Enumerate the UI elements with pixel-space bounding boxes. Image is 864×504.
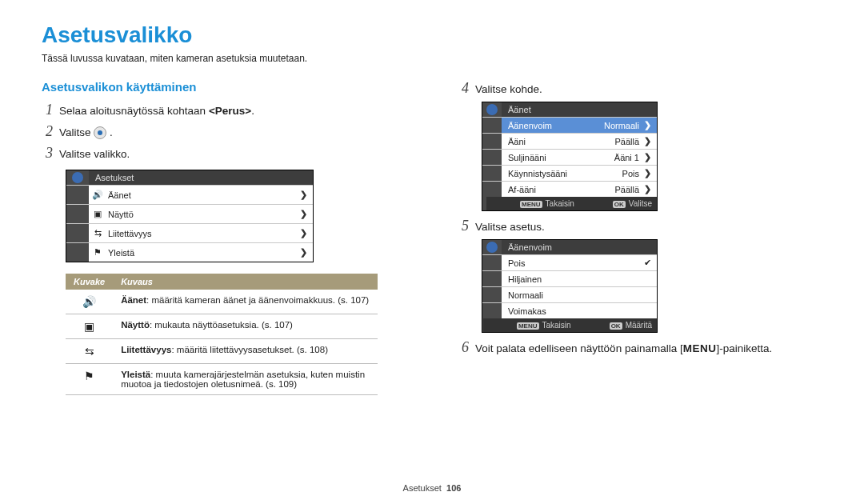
menu-row-shutter[interactable]: Suljinääni Ääni 1 ❯ (482, 149, 657, 165)
menu-key-tag: MENU (517, 322, 539, 330)
step-number: 2 (42, 123, 53, 140)
menu-option-loud[interactable]: Voimakas (482, 302, 657, 318)
menu-header: Äänenvoim (502, 240, 657, 254)
menu-row-value: Päällä (614, 185, 644, 194)
camera-menu-volume-options: Äänenvoim Pois ✔ Hiljainen Normaali Voim… (482, 239, 658, 333)
menu-row-connectivity[interactable]: ⇆ Liitettävyys ❯ (66, 223, 313, 242)
table-row: ⇆ Liitettävyys: määritä liitettävyysaset… (66, 339, 378, 364)
menu-row-label: Äänenvoim (502, 121, 604, 130)
chevron-right-icon: ❯ (300, 190, 313, 200)
table-row: ▣ Näyttö: mukauta näyttöasetuksia. (s. 1… (66, 314, 378, 339)
row-desc: : määritä kameran äänet ja äänenvoimakku… (146, 295, 369, 305)
menu-row-label: Pois (502, 258, 644, 268)
step5-text: Valitse asetus. (475, 221, 545, 233)
step-2: 2 Valitse . (42, 123, 394, 140)
menu-row-sound[interactable]: Ääni Päällä ❯ (482, 133, 657, 149)
page-footer: Asetukset 106 (0, 483, 864, 493)
menu-key-tag: MENU (520, 201, 542, 208)
menu-row-display[interactable]: ▣ Näyttö ❯ (66, 204, 313, 223)
footer-section: Asetukset (403, 483, 442, 493)
step-5: 5 Valitse asetus. (458, 218, 810, 234)
step1-bold: <Perus> (209, 105, 251, 117)
check-icon: ✔ (644, 258, 657, 268)
menu-footer: MENUTakaisin OKValitse (482, 197, 657, 210)
camera-menu-settings: Asetukset 🔊 Äänet ❯ ▣ Näyttö ❯ ⇆ Liitett… (66, 170, 314, 262)
step-6: 6 Voit palata edelliseen näyttöön painam… (458, 339, 810, 356)
step-number: 4 (458, 80, 469, 97)
connectivity-icon: ⇆ (89, 228, 106, 238)
step-number: 1 (42, 102, 53, 118)
gear-icon (482, 102, 502, 117)
menu-header: Äänet (502, 102, 657, 117)
display-icon: ▣ (89, 209, 106, 219)
left-column: Asetusvalikon käyttäminen 1 Selaa aloitu… (42, 80, 394, 395)
menu-row-general[interactable]: ⚑ Yleistä ❯ (66, 242, 313, 262)
ok-key-tag: OK (613, 201, 626, 208)
table-header-icon: Kuvake (66, 274, 113, 290)
menu-row-label: Af-ääni (502, 185, 614, 194)
menu-row-value: Normaali (604, 121, 644, 130)
general-icon: ⚑ (66, 364, 113, 395)
menu-option-normal[interactable]: Normaali (482, 286, 657, 302)
page-title: Asetusvalikko (42, 22, 822, 48)
footer-ok-label: Valitse (629, 199, 652, 208)
step4-text: Valitse kohde. (475, 83, 542, 95)
row-term: Yleistä (121, 370, 150, 379)
chevron-right-icon: ❯ (644, 136, 657, 146)
ok-key-tag: OK (610, 322, 622, 330)
step-1: 1 Selaa aloitusnäytössä kohtaan <Perus>. (42, 102, 394, 118)
connectivity-icon: ⇆ (66, 339, 113, 364)
menu-row-label: Liitettävyys (106, 229, 300, 238)
menu-row-value: Pois (622, 169, 644, 178)
step-3: 3 Valitse valikko. (42, 145, 394, 162)
step3-text: Valitse valikko. (59, 148, 130, 160)
table-row: 🔊 Äänet: määritä kameran äänet ja äänenv… (66, 290, 378, 314)
footer-page: 106 (446, 483, 461, 493)
row-term: Näyttö (121, 320, 150, 330)
step-number: 3 (42, 145, 53, 162)
menu-row-label: Normaali (502, 290, 644, 300)
row-term: Liitettävyys (121, 345, 171, 354)
menu-row-volume[interactable]: Äänenvoim Normaali ❯ (482, 117, 657, 133)
step2-text: Valitse (59, 126, 94, 138)
row-desc: : muuta kamerajärjestelmän asetuksia, ku… (121, 370, 365, 389)
menu-footer: MENUTakaisin OKMääritä (482, 318, 657, 332)
menu-row-label: Näyttö (106, 210, 300, 219)
camera-menu-sounds: Äänet Äänenvoim Normaali ❯ Ääni Päällä ❯… (482, 102, 658, 211)
footer-back-label: Takaisin (542, 321, 571, 330)
menu-option-quiet[interactable]: Hiljainen (482, 270, 657, 286)
volume-icon: 🔊 (66, 290, 113, 314)
footer-back-label: Takaisin (546, 199, 574, 208)
menu-row-value: Ääni 1 (614, 153, 644, 162)
menu-option-off[interactable]: Pois ✔ (482, 254, 657, 270)
chevron-right-icon: ❯ (644, 152, 657, 162)
menu-row-sounds[interactable]: 🔊 Äänet ❯ (66, 185, 313, 204)
footer-ok-label: Määritä (626, 321, 652, 330)
menu-row-label: Voimakas (502, 306, 644, 316)
volume-icon: 🔊 (89, 190, 106, 200)
general-icon: ⚑ (89, 247, 106, 258)
chevron-right-icon: ❯ (300, 209, 313, 219)
chevron-right-icon: ❯ (644, 120, 657, 130)
settings-dial-icon (94, 126, 106, 139)
menu-row-label: Ääni (502, 137, 614, 146)
menu-row-value: Päällä (614, 137, 644, 146)
gear-icon (66, 170, 89, 185)
row-term: Äänet (121, 295, 146, 305)
step6-post: ]-painiketta. (716, 342, 772, 354)
menu-row-afsound[interactable]: Af-ääni Päällä ❯ (482, 181, 657, 197)
menu-row-label: Suljinääni (502, 153, 614, 162)
intro-text: Tässä luvussa kuvataan, miten kameran as… (42, 53, 822, 64)
right-column: 4 Valitse kohde. Äänet Äänenvoim Normaal… (458, 80, 810, 395)
step6-pre: Voit palata edelliseen näyttöön painamal… (475, 342, 683, 354)
step1-post: . (251, 105, 254, 117)
chevron-right-icon: ❯ (644, 168, 657, 178)
row-desc: : määritä liitettävyysasetukset. (s. 108… (171, 345, 328, 354)
menu-key-label: MENU (683, 342, 717, 354)
menu-row-label: Yleistä (106, 248, 300, 258)
step2-post: . (110, 126, 113, 138)
table-row: ⚑ Yleistä: muuta kamerajärjestelmän aset… (66, 364, 378, 395)
menu-row-label: Käynnistysääni (502, 169, 622, 178)
menu-row-startup[interactable]: Käynnistysääni Pois ❯ (482, 165, 657, 181)
icon-description-table: Kuvake Kuvaus 🔊 Äänet: määritä kameran ä… (66, 274, 378, 395)
